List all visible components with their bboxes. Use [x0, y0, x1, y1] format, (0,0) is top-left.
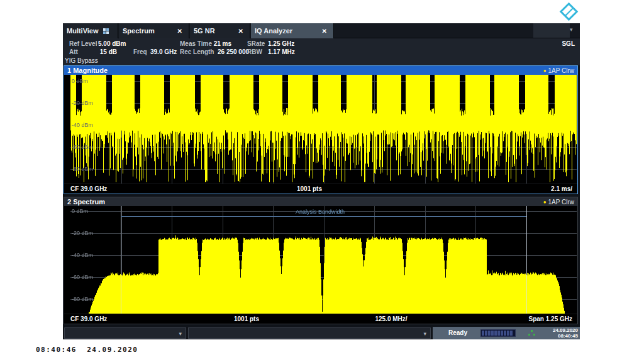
meas-time-value[interactable]: 21 ms — [205, 40, 231, 47]
tab-strip-end — [533, 23, 570, 38]
center-frequency-readout[interactable]: CF 39.0 GHz — [70, 315, 107, 322]
ref-level-label: Ref Level — [69, 40, 97, 47]
rec-length-value[interactable]: 26 250 000 — [218, 48, 249, 55]
tab-iq-analyzer-label: IQ Analyzer — [255, 27, 292, 35]
channel-settings-bar: Ref Level 5.00 dBm Meas Time 21 ms SRate… — [63, 38, 580, 65]
close-icon[interactable]: ✕ — [319, 26, 330, 36]
analyzer-screen: MultiView Spectrum ✕ 5G NR ✕ IQ Analyzer… — [63, 23, 580, 339]
srate-label: SRate — [247, 40, 265, 47]
rbw-value[interactable]: 1.17 MHz — [268, 48, 295, 55]
close-icon[interactable]: ✕ — [236, 26, 246, 36]
window-2-spectrum: 2 Spectrum ● 1AP Clrw Analysis Bandwidth… — [64, 197, 578, 324]
freq-per-division-readout[interactable]: 125.0 MHz/ — [366, 315, 416, 322]
tab-iq-analyzer[interactable]: IQ Analyzer ✕ — [251, 23, 334, 38]
trace-mode-label: 1AP Clrw — [548, 199, 575, 206]
magnitude-trace-canvas[interactable] — [70, 75, 577, 184]
status-dropdown-left[interactable]: ▾ — [64, 327, 186, 339]
status-time: 08:40:45 — [553, 333, 578, 339]
trace-color-dot-icon: ● — [543, 68, 547, 74]
tab-5g-nr[interactable]: 5G NR ✕ — [190, 23, 250, 38]
y-tick: -60 dBm — [72, 144, 93, 150]
sweep-points-readout: 1001 pts — [291, 185, 328, 192]
magnitude-plot-area: 0 dBm -20 dBm -40 dBm -60 dBm -80 dBm — [64, 75, 577, 184]
y-tick: 0 dBm — [72, 208, 88, 214]
analysis-bw-right-marker — [526, 206, 527, 314]
y-tick: -20 dBm — [72, 100, 93, 106]
spectrum-plot-area: Analysis Bandwidth 0 dBm -20 dBm -40 dBm… — [64, 206, 577, 314]
measurement-progress-bar — [480, 329, 516, 337]
page-timestamp: 08:40:46 24.09.2020 — [36, 346, 138, 354]
dropdown-arrow-icon: ▾ — [179, 331, 182, 337]
window-2-footer: CF 39.0 GHz 1001 pts 125.0 MHz/ Span 1.2… — [64, 314, 577, 323]
trace-color-dot-icon: ● — [543, 199, 547, 205]
tab-spectrum-label: Spectrum — [123, 27, 155, 35]
window-1-header[interactable]: 1 Magnitude ● 1AP Clrw — [64, 66, 577, 75]
tab-overflow-dropdown-icon[interactable]: ▾ — [570, 26, 573, 33]
spectrum-trace-canvas[interactable] — [70, 206, 577, 314]
trace-legend[interactable]: ● 1AP Clrw — [543, 67, 574, 74]
status-datetime: 24.09.2020 08:40:45 — [553, 327, 578, 339]
tab-multiview[interactable]: MultiView — [63, 23, 118, 38]
analysis-bw-line — [121, 216, 526, 217]
freq-label: Freq — [133, 48, 147, 55]
tab-bar: MultiView Spectrum ✕ 5G NR ✕ IQ Analyzer… — [63, 23, 580, 38]
window-2-header[interactable]: 2 Spectrum ● 1AP Clrw — [64, 197, 577, 206]
srate-value[interactable]: 1.25 GHz — [268, 40, 294, 47]
status-right-panel: Ready 24.09.2020 08:40:45 — [433, 327, 580, 339]
tab-5g-nr-label: 5G NR — [194, 27, 215, 35]
tab-spectrum[interactable]: Spectrum ✕ — [119, 23, 189, 38]
analysis-bw-label: Analysis Bandwidth — [296, 209, 345, 215]
time-per-division-readout[interactable]: 2.1 ms/ — [551, 185, 572, 192]
span-readout[interactable]: Span 1.25 GHz — [529, 315, 572, 322]
sweep-points-readout: 1001 pts — [228, 315, 265, 322]
window-1-magnitude: 1 Magnitude ● 1AP Clrw 0 dBm -20 dBm -40… — [64, 65, 578, 194]
freq-value[interactable]: 39.0 GHz — [150, 48, 177, 55]
close-icon[interactable]: ✕ — [175, 26, 185, 36]
y-tick: -80 dBm — [72, 296, 93, 302]
tab-multiview-label: MultiView — [67, 27, 99, 35]
window-1-footer: CF 39.0 GHz 1001 pts 2.1 ms/ — [64, 184, 577, 193]
y-tick: -40 dBm — [72, 122, 93, 128]
status-bar: ▾ ▾ Ready 24.09.2020 08:40:45 — [63, 327, 580, 339]
yig-bypass-indicator: YIG Bypass — [65, 57, 98, 64]
network-status-icon — [528, 330, 535, 336]
analysis-bw-left-marker — [121, 206, 121, 314]
window-1-title: 1 Magnitude — [67, 66, 108, 75]
sgl-indicator: SGL — [562, 40, 575, 47]
rbw-label: RBW — [247, 48, 262, 55]
rec-length-label: Rec Length — [180, 48, 214, 55]
multiview-grid-icon — [103, 28, 109, 34]
window-2-title: 2 Spectrum — [67, 197, 105, 206]
y-tick: -60 dBm — [72, 274, 93, 280]
ref-level-value[interactable]: 5.00 dBm — [98, 40, 126, 47]
att-value[interactable]: 15 dB — [96, 48, 117, 55]
dropdown-arrow-icon: ▾ — [423, 331, 426, 337]
y-tick: -40 dBm — [72, 252, 93, 258]
status-date: 24.09.2020 — [553, 327, 578, 333]
trace-mode-label: 1AP Clrw — [548, 67, 575, 74]
y-tick: 0 dBm — [72, 78, 88, 84]
y-tick: -20 dBm — [72, 230, 93, 236]
ready-status: Ready — [448, 329, 467, 336]
center-frequency-readout[interactable]: CF 39.0 GHz — [70, 185, 107, 192]
att-label: Att — [69, 48, 78, 55]
status-dropdown-message[interactable]: ▾ — [188, 327, 431, 339]
trace-legend[interactable]: ● 1AP Clrw — [543, 199, 574, 206]
y-tick: -80 dBm — [72, 166, 93, 172]
rs-logo — [558, 1, 580, 23]
